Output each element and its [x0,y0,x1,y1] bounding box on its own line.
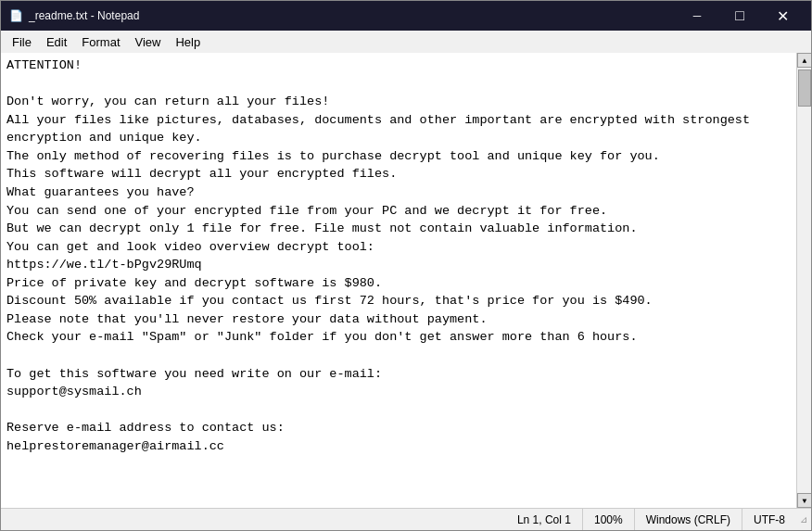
minimize-button[interactable]: ─ [676,1,718,31]
status-bar: Ln 1, Col 1 100% Windows (CRLF) UTF-8 ⊿ [1,508,811,530]
scroll-down-button[interactable]: ▼ [797,493,811,508]
window-title: _readme.txt - Notepad [29,9,139,22]
menu-format[interactable]: Format [74,31,127,53]
vertical-scrollbar: ▲ ▼ [796,53,811,508]
window-controls: ─ □ ✕ [676,1,804,31]
editor-container: ATTENTION! Don't worry, you can return a… [1,53,811,508]
menu-file[interactable]: File [5,31,39,53]
scroll-thumb[interactable] [798,70,811,107]
app-icon: 📄 [8,8,23,23]
resize-grip[interactable]: ⊿ [796,509,811,531]
scroll-track[interactable] [797,68,811,493]
menu-edit[interactable]: Edit [39,31,74,53]
title-bar: 📄 _readme.txt - Notepad ─ □ ✕ [1,1,811,31]
text-editor[interactable]: ATTENTION! Don't worry, you can return a… [1,53,796,508]
maximize-button[interactable]: □ [718,1,761,31]
menu-bar: File Edit Format View Help [1,31,811,53]
scroll-up-button[interactable]: ▲ [797,53,811,68]
title-bar-left: 📄 _readme.txt - Notepad [8,8,139,23]
cursor-position: Ln 1, Col 1 [506,509,582,530]
close-button[interactable]: ✕ [761,1,804,31]
notepad-window: 📄 _readme.txt - Notepad ─ □ ✕ File Edit … [0,0,812,531]
encoding: UTF-8 [742,509,796,530]
zoom-level: 100% [582,509,634,530]
menu-help[interactable]: Help [168,31,208,53]
line-ending: Windows (CRLF) [634,509,742,530]
menu-view[interactable]: View [128,31,169,53]
